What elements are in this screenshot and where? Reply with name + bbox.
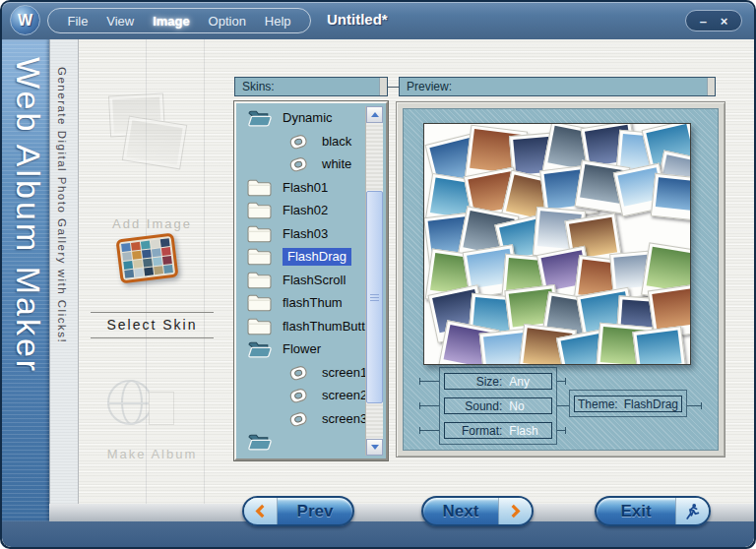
connector-line — [419, 405, 439, 406]
close-button[interactable]: × — [721, 15, 728, 28]
connector-line — [687, 405, 701, 406]
scroll-up-button[interactable] — [366, 106, 383, 123]
globe-page-icon — [107, 376, 186, 443]
connector-tick — [701, 402, 702, 409]
skin-item-label: FlashDrag — [283, 248, 351, 266]
document-title: Untitled* — [327, 11, 388, 28]
next-button-label: Next — [423, 498, 498, 524]
minimize-button[interactable]: – — [700, 15, 707, 28]
folder-icon — [246, 247, 272, 266]
collage-photo — [651, 173, 691, 220]
skin-icon — [285, 155, 311, 172]
skin-icon — [285, 133, 311, 150]
sound-value: No — [502, 399, 524, 413]
skins-list-rows: DynamicblackwhiteFlash01Flash02Flash03Fl… — [238, 106, 362, 458]
menu-item-help[interactable]: Help — [265, 14, 291, 29]
scroll-down-button[interactable] — [366, 439, 383, 456]
skins-scrollbar[interactable] — [365, 106, 383, 456]
skin-item-label: flashThum — [283, 295, 343, 310]
step-select-skin[interactable]: Select Skin — [89, 236, 212, 344]
collage-canvas — [423, 123, 691, 365]
folder-open-icon — [246, 432, 272, 451]
skin-list-item-flower[interactable]: Flower — [238, 337, 362, 361]
connector-tick — [565, 378, 566, 385]
format-info-box: Format: Flash — [444, 422, 552, 439]
format-label: Format: — [445, 424, 502, 438]
connector-tick — [419, 402, 420, 409]
skin-list-item-white[interactable]: white — [238, 152, 362, 176]
skin-item-label: screen1 — [322, 365, 367, 380]
content-area: Web Album Maker Generate Digital Photo G… — [2, 39, 754, 547]
skin-item-label: Flash01 — [283, 180, 328, 195]
step-add-image-label: Add Image — [86, 216, 219, 231]
skin-list-item-black[interactable]: black — [238, 130, 362, 153]
skin-item-label: Flash02 — [283, 203, 328, 217]
connector-tick — [565, 427, 566, 434]
titlebar: W FileViewImageOptionHelp Untitled* – × — [2, 2, 754, 39]
menu-bar: FileViewImageOptionHelp — [47, 8, 311, 33]
menu-item-image[interactable]: Image — [153, 14, 190, 29]
skins-panel-header: Skins: — [234, 77, 388, 96]
running-man-icon — [675, 498, 709, 524]
arrow-right-icon — [498, 498, 532, 524]
skin-list-item-flashthumbutton[interactable]: flashThumButton — [238, 315, 362, 338]
skins-list[interactable]: DynamicblackwhiteFlash01Flash02Flash03Fl… — [234, 101, 388, 460]
connector-line — [557, 381, 565, 382]
prev-button[interactable]: Prev — [242, 496, 354, 526]
skin-list-item-flash03[interactable]: Flash03 — [238, 222, 362, 246]
folder-open-icon — [246, 339, 272, 358]
sound-label: Sound: — [445, 399, 502, 413]
size-info-box: Size: Any — [444, 373, 552, 390]
skin-item-label: screen2 — [322, 388, 367, 402]
step-add-image[interactable]: Add Image — [86, 87, 219, 244]
skin-list-item-screen1[interactable]: screen1 — [238, 361, 362, 385]
connector-line — [419, 430, 439, 431]
skin-list-item-screen2[interactable]: screen2 — [238, 384, 362, 407]
skin-list-item-screen3[interactable]: screen3 — [238, 407, 362, 431]
skin-list-item-dynamic[interactable]: Dynamic — [238, 106, 362, 130]
theme-label: Theme: — [578, 397, 618, 411]
exit-button-label: Exit — [597, 498, 675, 524]
prev-button-label: Prev — [278, 498, 352, 524]
folder-icon — [246, 271, 272, 289]
skin-list-item-flash01[interactable]: Flash01 — [238, 176, 362, 200]
connector-tick — [419, 378, 420, 385]
skin-list-item-partial[interactable] — [238, 430, 362, 454]
arrow-left-icon — [244, 498, 278, 524]
menu-item-file[interactable]: File — [67, 14, 88, 29]
preview-panel-header: Preview: — [399, 77, 716, 96]
step-make-album-label: Make Album — [86, 447, 219, 461]
format-value: Flash — [502, 424, 537, 438]
skin-item-label: black — [322, 134, 351, 149]
skin-item-label: Flower — [283, 341, 321, 356]
app-name-vertical: Web Album Maker — [6, 57, 47, 510]
folder-icon — [246, 317, 272, 336]
grip-icon — [370, 293, 379, 301]
skin-list-item-flashdrag[interactable]: FlashDrag — [238, 245, 362, 269]
folder-icon — [246, 224, 272, 243]
connector-line — [419, 381, 439, 382]
tagline-vertical: Generate Digital Photo Gallery with Clic… — [56, 67, 68, 490]
step-make-album[interactable]: Make Album — [86, 376, 219, 474]
skin-item-label: Dynamic — [283, 110, 333, 125]
menu-item-option[interactable]: Option — [209, 14, 246, 29]
size-label: Size: — [445, 375, 502, 389]
skin-list-item-flash02[interactable]: Flash02 — [238, 199, 362, 222]
skin-list-item-flashthum[interactable]: flashThum — [238, 291, 362, 315]
web-album-maker-window: W FileViewImageOptionHelp Untitled* – × … — [0, 0, 756, 549]
skin-item-label: white — [322, 156, 351, 171]
chevron-down-icon — [371, 445, 379, 450]
skin-item-label: FlashScroll — [283, 273, 346, 287]
exit-button[interactable]: Exit — [595, 496, 711, 526]
skin-icon — [285, 410, 311, 427]
skin-icon — [285, 387, 311, 403]
folder-icon — [246, 201, 272, 219]
menu-item-view[interactable]: View — [106, 14, 134, 29]
connector-tick — [419, 427, 420, 434]
scrollbar-thumb[interactable] — [366, 191, 383, 403]
folder-icon — [246, 178, 272, 197]
chevron-up-icon — [371, 112, 379, 117]
skin-list-item-flashscroll[interactable]: FlashScroll — [238, 269, 362, 292]
skin-item-label: Flash03 — [283, 226, 328, 241]
next-button[interactable]: Next — [421, 496, 534, 526]
